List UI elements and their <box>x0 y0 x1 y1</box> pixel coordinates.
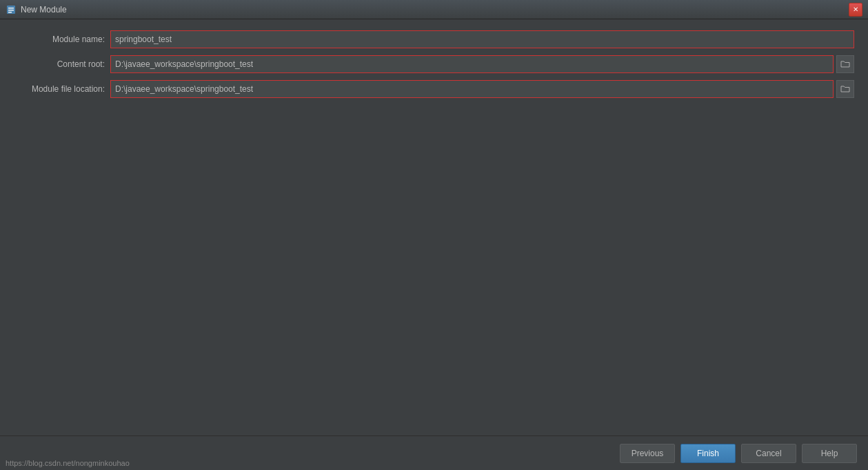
module-file-location-browse-button[interactable] <box>836 80 854 98</box>
finish-button[interactable]: Finish <box>680 444 736 463</box>
svg-rect-1 <box>8 8 14 9</box>
title-bar: New Module ✕ <box>0 0 868 19</box>
cancel-button[interactable]: Cancel <box>741 444 796 463</box>
bottom-bar: https://blog.csdn.net/nongminkouhao Prev… <box>0 435 868 470</box>
content-root-input[interactable] <box>110 55 834 73</box>
module-name-input-wrapper <box>110 30 854 48</box>
module-file-location-row: Module file location: <box>14 80 854 98</box>
svg-rect-2 <box>8 10 14 11</box>
footer-url: https://blog.csdn.net/nongminkouhao <box>6 459 130 467</box>
module-file-location-label: Module file location: <box>14 84 110 94</box>
main-content: Module name: Content root: Module file l… <box>0 19 868 435</box>
module-name-row: Module name: <box>14 30 854 48</box>
close-button[interactable]: ✕ <box>849 3 862 17</box>
module-name-label: Module name: <box>14 35 110 44</box>
module-file-location-input-wrapper <box>110 80 854 98</box>
module-name-input[interactable] <box>110 30 854 48</box>
module-file-location-input[interactable] <box>110 80 834 98</box>
content-root-input-wrapper <box>110 55 854 73</box>
content-root-label: Content root: <box>14 59 110 69</box>
help-button[interactable]: Help <box>802 444 857 463</box>
svg-rect-3 <box>8 12 12 13</box>
previous-button[interactable]: Previous <box>620 444 675 463</box>
content-root-browse-button[interactable] <box>836 55 854 73</box>
window-title: New Module <box>21 5 849 14</box>
window-icon <box>6 4 17 15</box>
content-root-row: Content root: <box>14 55 854 73</box>
